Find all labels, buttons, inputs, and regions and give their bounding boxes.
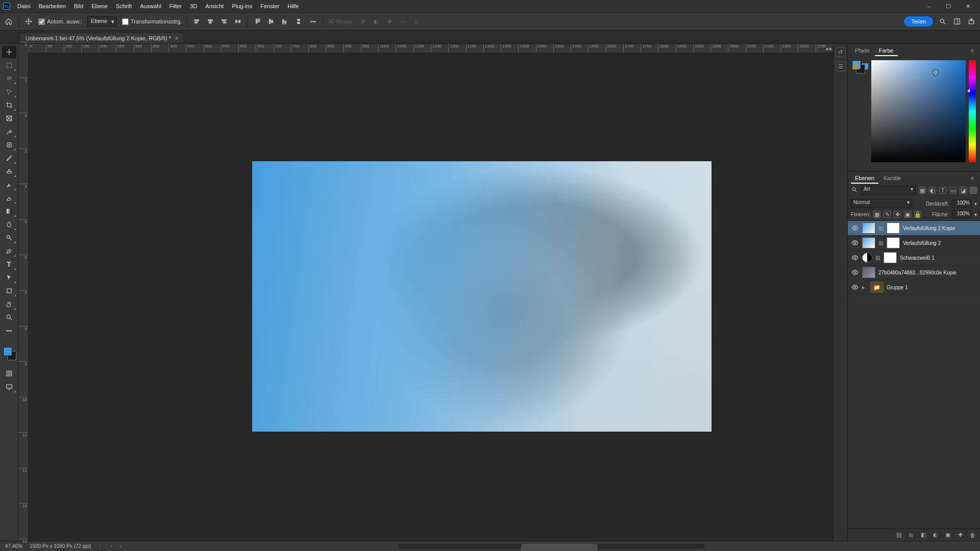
new-group-button[interactable]: ▣ <box>944 532 951 539</box>
filter-shape-icon[interactable]: ▭ <box>949 187 957 194</box>
layer-visibility-toggle[interactable] <box>851 283 859 291</box>
layer-mask-link-icon[interactable]: ⛓ <box>878 240 884 246</box>
menu-schrift[interactable]: Schrift <box>112 0 136 12</box>
layer-row[interactable]: ▸📁Gruppe 1 <box>848 280 980 295</box>
color-saturation-value-field[interactable] <box>871 60 966 162</box>
properties-panel-icon[interactable]: ☰ <box>836 61 846 71</box>
menu-fenster[interactable]: Fenster <box>256 0 283 12</box>
layer-name[interactable]: Gruppe 1 <box>887 285 908 290</box>
layer-mask-button[interactable]: ◧ <box>920 532 927 539</box>
tab-pfade[interactable]: Pfade <box>851 46 874 56</box>
path-select-tool[interactable] <box>2 271 16 284</box>
layer-visibility-toggle[interactable] <box>851 268 859 277</box>
edit-toolbar-button[interactable]: ••• <box>2 324 16 337</box>
align-top-button[interactable] <box>253 17 262 26</box>
layer-mask-thumbnail[interactable] <box>887 222 900 234</box>
doc-info-menu[interactable]: 〉 <box>99 543 104 550</box>
group-expand-arrow[interactable]: ▸ <box>862 284 867 291</box>
quickmask-button[interactable] <box>2 367 16 380</box>
color-hue-cursor[interactable] <box>967 89 970 93</box>
close-tab-button[interactable]: × <box>175 35 178 41</box>
layer-row[interactable]: ⛓Verlaufsfüllung 2 Kopie <box>848 221 980 236</box>
align-vcenter-button[interactable] <box>266 17 276 26</box>
align-bottom-button[interactable] <box>280 17 289 26</box>
auto-select-mode-dropdown[interactable]: Ebene ▾ <box>87 16 117 27</box>
layer-row[interactable]: ⛓Schwarzweiß 1 <box>848 251 980 265</box>
layer-visibility-toggle[interactable] <box>851 239 859 247</box>
marquee-tool[interactable] <box>2 59 16 71</box>
color-sv-cursor[interactable] <box>933 70 938 75</box>
document-tab[interactable]: Unbenannt-1 bei 47,5% (Verlaufsfüllung 2… <box>20 33 183 43</box>
history-brush-tool[interactable] <box>2 179 16 191</box>
layer-visibility-toggle[interactable] <box>851 224 859 232</box>
doc-info[interactable]: 1920 Px x 1080 Px (72 ppi) <box>30 543 91 549</box>
color-hue-slider[interactable] <box>969 60 976 162</box>
layer-name[interactable]: Verlaufsfüllung 2 Kopie <box>903 226 955 231</box>
align-left-button[interactable] <box>192 17 202 26</box>
adjustment-layer-button[interactable]: ◐ <box>932 532 939 539</box>
share-button[interactable]: Teilen <box>904 16 933 27</box>
horizontal-ruler[interactable]: 0501001502002503003504004505005506006507… <box>29 44 833 53</box>
eraser-tool[interactable] <box>2 192 16 204</box>
tab-ebenen[interactable]: Ebenen <box>851 173 878 184</box>
crop-tool[interactable] <box>2 99 16 111</box>
window-maximize-button[interactable]: ☐ <box>939 1 958 11</box>
opacity-field[interactable]: 100% <box>952 199 971 208</box>
eyedropper-tool[interactable] <box>2 126 16 138</box>
filter-type-icon[interactable]: T <box>939 187 946 194</box>
search-button[interactable] <box>938 17 947 26</box>
move-tool[interactable] <box>2 46 16 58</box>
nav-next[interactable]: › <box>119 543 121 549</box>
menu-filter[interactable]: Filter <box>165 0 186 12</box>
brush-tool[interactable] <box>2 152 16 164</box>
nav-prev[interactable]: ‹ <box>111 543 112 549</box>
lock-artboard-button[interactable]: ▣ <box>904 211 911 218</box>
type-tool[interactable]: T <box>2 258 16 270</box>
blur-tool[interactable] <box>2 218 16 231</box>
gradient-tool[interactable] <box>2 205 16 217</box>
fill-field[interactable]: 100% <box>952 210 971 218</box>
distribute-h-button[interactable] <box>233 17 242 26</box>
layer-thumbnail[interactable] <box>862 237 875 248</box>
lasso-tool[interactable] <box>2 72 16 85</box>
auto-select-checkbox[interactable]: Autom. ausw.: <box>38 18 82 25</box>
layers-panel-menu[interactable]: ≡ <box>968 173 977 184</box>
align-right-button[interactable] <box>219 17 228 26</box>
quick-select-tool[interactable] <box>2 86 16 98</box>
export-share-button[interactable] <box>967 17 976 26</box>
lock-position-button[interactable]: ✥ <box>894 211 901 218</box>
distribute-v-button[interactable] <box>294 17 303 26</box>
filter-toggle[interactable] <box>970 187 977 194</box>
new-layer-button[interactable]: ✚ <box>957 532 964 539</box>
healing-brush-tool[interactable] <box>2 139 16 151</box>
layer-name[interactable]: 27b0480a74882...82990c0e Kopie <box>878 270 957 276</box>
layer-visibility-toggle[interactable] <box>851 254 859 262</box>
layer-style-button[interactable]: fx <box>908 532 915 539</box>
blend-mode-dropdown[interactable]: Normal ▾ <box>851 199 912 208</box>
foreground-color-swatch[interactable] <box>3 347 12 356</box>
color-panel-menu[interactable]: ≡ <box>968 46 977 56</box>
menu-bearbeiten[interactable]: Bearbeiten <box>35 0 70 12</box>
tab-kanale[interactable]: Kanäle <box>879 173 905 184</box>
layer-filter-type-dropdown[interactable]: Art ▾ <box>861 186 916 195</box>
link-layers-button[interactable]: ⛓ <box>895 532 902 539</box>
pen-tool[interactable] <box>2 245 16 257</box>
window-close-button[interactable]: ✕ <box>959 1 977 11</box>
layer-mask-link-icon[interactable]: ⛓ <box>875 255 880 261</box>
menu-hilfe[interactable]: Hilfe <box>283 0 303 12</box>
layer-row[interactable]: ⛓Verlaufsfüllung 2 <box>848 236 980 251</box>
layer-thumbnail[interactable] <box>862 222 875 234</box>
layer-name[interactable]: Verlaufsfüllung 2 <box>903 240 941 246</box>
chevron-down-icon[interactable]: ▾ <box>974 212 977 217</box>
menu-ansicht[interactable]: Ansicht <box>201 0 228 12</box>
screenmode-button[interactable] <box>2 381 16 393</box>
more-align-button[interactable]: ••• <box>308 17 317 26</box>
home-button[interactable] <box>4 17 13 26</box>
menu-ebene[interactable]: Ebene <box>87 0 112 12</box>
history-panel-icon[interactable]: ↺ <box>836 47 846 57</box>
menu-3d[interactable]: 3D <box>186 0 201 12</box>
layer-thumbnail[interactable] <box>862 253 872 263</box>
menu-bild[interactable]: Bild <box>70 0 87 12</box>
lock-transparency-button[interactable]: ▩ <box>873 211 880 218</box>
chevron-down-icon[interactable]: ▾ <box>974 201 977 207</box>
